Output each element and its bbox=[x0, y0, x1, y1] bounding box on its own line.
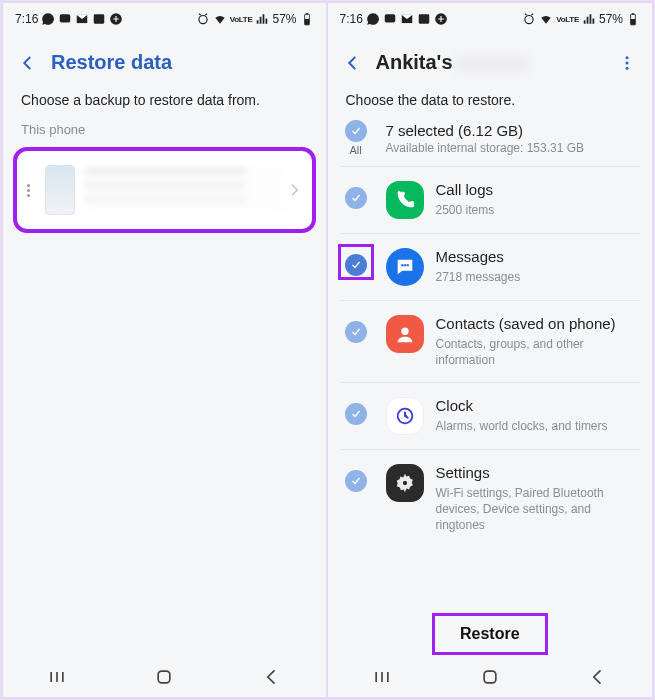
status-time: 7:16 bbox=[15, 12, 38, 26]
plus-icon bbox=[434, 12, 448, 26]
selection-summary: All 7 selected (6.12 GB) Available inter… bbox=[328, 112, 653, 166]
dialog-icon bbox=[58, 12, 72, 26]
item-title: Messages bbox=[436, 248, 637, 267]
status-battery: 57% bbox=[272, 12, 296, 26]
summary-main: 7 selected (6.12 GB) bbox=[386, 122, 637, 139]
item-title: Contacts (saved on phone) bbox=[436, 315, 637, 334]
nav-recents-icon[interactable] bbox=[47, 667, 67, 687]
phone-screen-right: 7:16 VoLTE 57% Ankita's Choose the data … bbox=[328, 1, 655, 699]
device-thumbnail bbox=[45, 165, 75, 215]
alarm-icon bbox=[522, 12, 536, 26]
restore-button[interactable]: Restore bbox=[434, 615, 546, 653]
nav-bar bbox=[328, 661, 653, 697]
nav-back-icon[interactable] bbox=[588, 667, 608, 687]
status-bar: 7:16 VoLTE 57% bbox=[328, 3, 653, 31]
list-item[interactable]: Clock Alarms, world clocks, and timers bbox=[328, 383, 653, 449]
plus-icon bbox=[109, 12, 123, 26]
wifi-icon bbox=[213, 12, 227, 26]
svg-point-2 bbox=[199, 16, 207, 24]
dialog-icon bbox=[383, 12, 397, 26]
item-checkbox[interactable] bbox=[345, 403, 367, 425]
item-checkbox[interactable] bbox=[345, 470, 367, 492]
chevron-right-icon bbox=[286, 182, 302, 198]
item-checkbox[interactable] bbox=[345, 254, 367, 276]
whatsapp-icon bbox=[366, 12, 380, 26]
volte-icon: VoLTE bbox=[230, 15, 253, 24]
status-time: 7:16 bbox=[340, 12, 363, 26]
svg-rect-8 bbox=[419, 14, 430, 23]
page-subtitle: Choose a backup to restore data from. bbox=[3, 82, 326, 112]
item-checkbox[interactable] bbox=[345, 187, 367, 209]
messages-icon bbox=[386, 248, 424, 286]
item-sub: Contacts, groups, and other information bbox=[436, 336, 637, 368]
alarm-icon bbox=[196, 12, 210, 26]
signal-icon bbox=[255, 12, 269, 26]
item-title: Clock bbox=[436, 397, 637, 416]
select-all-checkbox[interactable] bbox=[345, 120, 367, 142]
backup-details-redacted bbox=[85, 168, 286, 212]
status-bar: 7:16 VoLTE 57% bbox=[3, 3, 326, 31]
svg-rect-12 bbox=[632, 13, 634, 14]
item-sub: Alarms, world clocks, and timers bbox=[436, 418, 637, 434]
item-sub: 2718 messages bbox=[436, 269, 637, 285]
volte-icon: VoLTE bbox=[556, 15, 579, 24]
backup-card[interactable] bbox=[15, 149, 314, 231]
back-icon[interactable] bbox=[344, 54, 362, 72]
svg-rect-11 bbox=[631, 19, 636, 25]
header: Ankita's bbox=[328, 31, 653, 82]
action-bar: Restore bbox=[328, 609, 653, 661]
svg-point-9 bbox=[525, 16, 533, 24]
svg-point-19 bbox=[401, 328, 408, 335]
battery-icon bbox=[626, 12, 640, 26]
header: Restore data bbox=[3, 31, 326, 82]
gear-icon bbox=[386, 464, 424, 502]
list-item[interactable]: Call logs 2500 items bbox=[328, 167, 653, 233]
clock-icon bbox=[386, 397, 424, 435]
gmail-icon bbox=[400, 12, 414, 26]
back-icon[interactable] bbox=[19, 54, 37, 72]
nav-back-icon[interactable] bbox=[262, 667, 282, 687]
battery-icon bbox=[300, 12, 314, 26]
phone-screen-left: 7:16 VoLTE 57% Restore data Choose a bac… bbox=[1, 1, 328, 699]
more-options-icon[interactable] bbox=[618, 54, 636, 72]
nav-bar bbox=[3, 661, 326, 697]
list-item[interactable]: Contacts (saved on phone) Contacts, grou… bbox=[328, 301, 653, 382]
gallery-icon bbox=[92, 12, 106, 26]
svg-point-14 bbox=[626, 61, 629, 64]
svg-rect-24 bbox=[484, 671, 496, 683]
svg-point-16 bbox=[401, 264, 403, 266]
list-item[interactable]: Settings Wi-Fi settings, Paired Bluetoot… bbox=[328, 450, 653, 547]
svg-rect-7 bbox=[385, 14, 396, 22]
svg-rect-0 bbox=[60, 14, 71, 22]
nav-home-icon[interactable] bbox=[154, 667, 174, 687]
item-checkbox[interactable] bbox=[345, 321, 367, 343]
svg-rect-5 bbox=[305, 13, 307, 14]
nav-recents-icon[interactable] bbox=[372, 667, 392, 687]
item-title: Settings bbox=[436, 464, 637, 483]
section-label: This phone bbox=[3, 112, 326, 141]
page-title: Restore data bbox=[51, 51, 172, 74]
svg-point-18 bbox=[406, 264, 408, 266]
svg-point-15 bbox=[626, 66, 629, 69]
list-item[interactable]: Messages 2718 messages bbox=[328, 234, 653, 300]
nav-home-icon[interactable] bbox=[480, 667, 500, 687]
status-battery: 57% bbox=[599, 12, 623, 26]
contacts-icon bbox=[386, 315, 424, 353]
svg-rect-1 bbox=[94, 14, 105, 23]
svg-point-17 bbox=[403, 264, 405, 266]
page-title: Ankita's bbox=[376, 51, 527, 74]
restore-list: Call logs 2500 items Messages 2718 messa… bbox=[328, 167, 653, 609]
select-all-label: All bbox=[349, 144, 361, 156]
item-sub: Wi-Fi settings, Paired Bluetooth devices… bbox=[436, 485, 637, 534]
whatsapp-icon bbox=[41, 12, 55, 26]
gmail-icon bbox=[75, 12, 89, 26]
svg-point-23 bbox=[402, 481, 406, 485]
wifi-icon bbox=[539, 12, 553, 26]
phone-icon bbox=[386, 181, 424, 219]
gallery-icon bbox=[417, 12, 431, 26]
item-sub: 2500 items bbox=[436, 202, 637, 218]
summary-sub: Available internal storage: 153.31 GB bbox=[386, 141, 637, 155]
svg-rect-4 bbox=[304, 19, 309, 25]
device-name-redacted bbox=[457, 54, 527, 74]
svg-point-13 bbox=[626, 56, 629, 59]
